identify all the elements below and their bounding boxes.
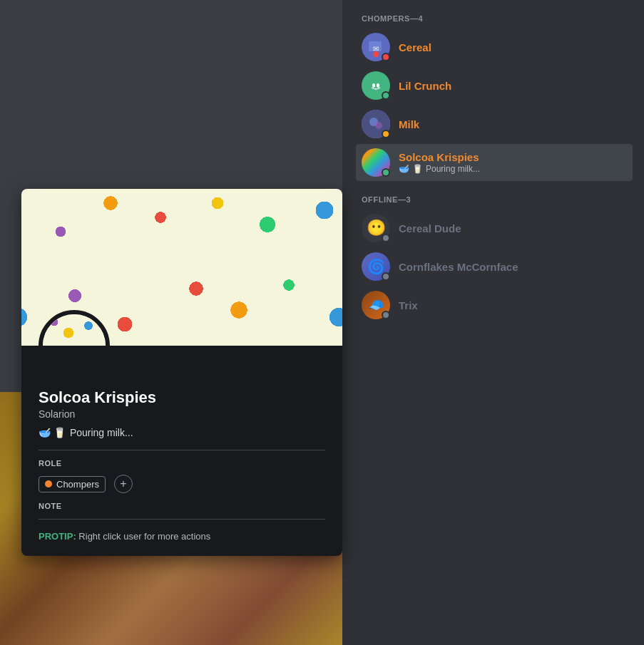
member-info-milk: Milk: [399, 118, 627, 130]
member-name-cornflakes: Cornflakes McCornface: [399, 261, 627, 273]
avatar-wrap-cereal-dude: 😶: [362, 214, 390, 242]
profile-banner: [21, 189, 342, 346]
status-dot-trix: [382, 311, 390, 319]
avatar-wrap-cornflakes: 🌀: [362, 252, 390, 281]
status-dot-lil-crunch: [382, 91, 390, 100]
profile-username: Solarion: [39, 408, 325, 420]
member-info-lil-crunch: Lil Crunch: [399, 80, 627, 92]
member-name-solcoa: Solcoa Krispies: [399, 151, 627, 163]
profile-body: Solcoa Krispies Solarion 🥣 🥛 Pouring mil…: [21, 346, 342, 556]
svg-text:✉: ✉: [373, 45, 379, 53]
profile-popup: Solcoa Krispies Solarion 🥣 🥛 Pouring mil…: [21, 189, 342, 556]
activity-emoji-milk: 🥛: [412, 164, 423, 174]
status-dot-solcoa: [382, 168, 390, 177]
protip-label: PROTIP:: [39, 531, 76, 542]
profile-avatar-container: [39, 310, 110, 346]
chompers-section-title: CHOMPERS—4: [356, 14, 633, 23]
member-info-trix: Trix: [399, 299, 627, 311]
role-tag-label: Chompers: [56, 479, 99, 490]
profile-avatar: [39, 310, 110, 346]
note-divider: [39, 519, 325, 520]
role-section-label: ROLE: [39, 459, 325, 468]
member-name-cereal-dude: Cereal Dude: [399, 222, 627, 234]
member-item-trix[interactable]: 🧢 Trix: [356, 287, 633, 324]
member-info-cornflakes: Cornflakes McCornface: [399, 261, 627, 273]
avatar-wrap-trix: 🧢: [362, 291, 390, 319]
svg-point-5: [377, 83, 379, 88]
chompers-member-list: ✉ Cereal: [356, 29, 633, 181]
profile-display-name: Solcoa Krispies: [39, 388, 325, 407]
member-info-cereal: Cereal: [399, 41, 627, 53]
member-name-trix: Trix: [399, 299, 627, 311]
member-info-solcoa: Solcoa Krispies 🥣 🥛 Pouring milk...: [399, 151, 627, 174]
status-dot-cereal-dude: [382, 234, 390, 242]
member-item-cereal[interactable]: ✉ Cereal: [356, 29, 633, 66]
activity-icons: 🥣 🥛: [39, 427, 66, 438]
member-name-lil-crunch: Lil Crunch: [399, 80, 627, 92]
member-activity-solcoa: 🥣 🥛 Pouring milk...: [399, 164, 627, 174]
avatar-wrap-lil-crunch: [362, 71, 390, 100]
protip-text: Right click user for more actions: [78, 531, 210, 542]
member-item-lil-crunch[interactable]: Lil Crunch: [356, 67, 633, 104]
status-dot-cereal: [382, 53, 390, 61]
profile-divider: [39, 450, 325, 450]
status-dot-milk: [382, 130, 390, 138]
offline-member-list: 😶 Cereal Dude 🌀 Cornflakes McCornfa: [356, 210, 633, 324]
profile-avatar-inner: [43, 314, 106, 346]
protip-section: PROTIP: Right click user for more action…: [39, 531, 325, 542]
offline-section: OFFLINE—3 😶 Cereal Dude 🌀: [356, 195, 633, 324]
add-role-button[interactable]: +: [114, 475, 133, 493]
activity-text: Pouring milk...: [70, 427, 133, 438]
member-item-milk[interactable]: Milk: [356, 105, 633, 143]
role-color-dot: [45, 480, 52, 487]
profile-activity: 🥣 🥛 Pouring milk...: [39, 427, 325, 438]
avatar-wrap-solcoa: [362, 148, 390, 177]
member-name-cereal: Cereal: [399, 41, 627, 53]
role-tag-chompers[interactable]: Chompers: [39, 476, 106, 492]
svg-point-4: [372, 83, 375, 88]
member-name-milk: Milk: [399, 118, 627, 130]
avatar-wrap-cereal: ✉: [362, 33, 390, 61]
member-item-solcoa-krispies[interactable]: Solcoa Krispies 🥣 🥛 Pouring milk...: [356, 144, 633, 181]
members-sidebar: CHOMPERS—4 ✉ Cereal: [344, 0, 644, 645]
status-dot-cornflakes: [382, 272, 390, 281]
chompers-section: CHOMPERS—4 ✉ Cereal: [356, 14, 633, 181]
member-item-cornflakes[interactable]: 🌀 Cornflakes McCornface: [356, 248, 633, 285]
activity-text-solcoa: Pouring milk...: [426, 164, 480, 174]
offline-section-title: OFFLINE—3: [356, 195, 633, 204]
svg-point-8: [375, 122, 382, 129]
role-tags-container: Chompers +: [39, 475, 325, 493]
activity-emoji-bowl: 🥣: [399, 164, 409, 174]
avatar-wrap-milk: [362, 110, 390, 138]
note-section-label: NOTE: [39, 502, 325, 510]
member-info-cereal-dude: Cereal Dude: [399, 222, 627, 234]
member-item-cereal-dude[interactable]: 😶 Cereal Dude: [356, 210, 633, 247]
